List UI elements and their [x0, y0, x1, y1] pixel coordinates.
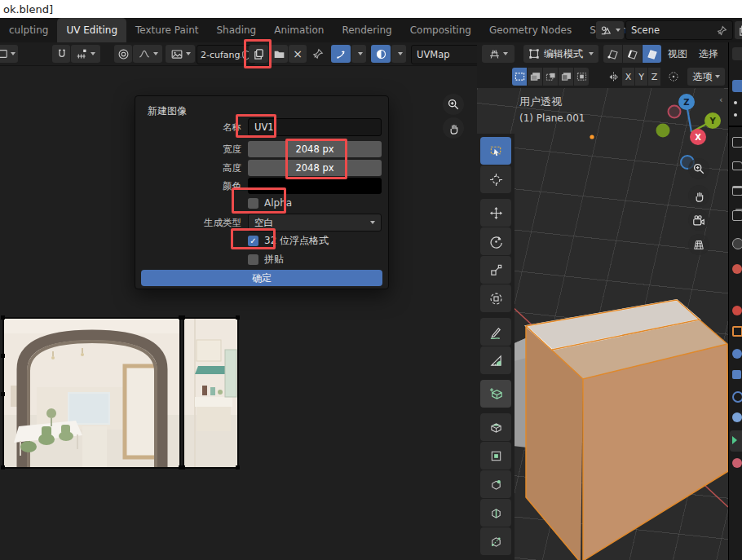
outliner-active-item[interactable] [732, 80, 742, 92]
falloff-dropdown[interactable] [133, 45, 162, 63]
uv-vertex-dot[interactable] [1, 392, 5, 396]
tool-rotate-button[interactable] [480, 227, 511, 255]
ok-button[interactable]: 确定 [141, 270, 382, 286]
select-invert-button[interactable] [559, 68, 573, 86]
world-red-icon[interactable] [732, 306, 742, 315]
pin-image-button[interactable] [310, 45, 326, 63]
output-tab-icon[interactable] [732, 186, 742, 196]
unlink-image-button[interactable]: × [289, 45, 307, 63]
tab-sculpting[interactable]: culpting [0, 18, 57, 42]
tab-geometry-nodes[interactable]: Geometry Nodes [480, 18, 581, 42]
select-new-button[interactable] [512, 68, 527, 86]
gizmo-neg-y-ball[interactable] [656, 124, 670, 138]
uv-vertex-dot[interactable] [181, 465, 185, 470]
scene-browse-button[interactable] [596, 21, 624, 39]
image-name-field[interactable]: 2-cufang.jpg [197, 45, 255, 64]
select-subtract-button[interactable] [543, 68, 558, 86]
overlays-toggle-button[interactable] [371, 45, 391, 63]
outliner-dot[interactable] [734, 113, 737, 117]
uv-pan-button[interactable] [443, 117, 464, 139]
uv-vertex-dot[interactable] [181, 315, 185, 320]
select-intersect-button[interactable] [574, 68, 589, 86]
physics-tab-icon[interactable] [732, 391, 742, 403]
tool-knife-button[interactable] [480, 527, 511, 555]
render-tab-icon[interactable] [732, 161, 742, 170]
collapse-panel-arrow[interactable]: ‹ [719, 95, 722, 105]
color-swatch[interactable] [248, 178, 382, 194]
tab-texture-paint[interactable]: Texture Paint [126, 18, 207, 42]
image-browse-dropdown[interactable] [166, 45, 195, 63]
menu-select[interactable]: 选择 [694, 45, 723, 63]
tab-compositing[interactable]: Compositing [401, 18, 480, 42]
view-layer-tab-icon[interactable] [732, 210, 742, 221]
tool-select-box-button[interactable] [480, 137, 511, 165]
proportional-editing-button[interactable] [114, 45, 132, 63]
tool-bevel-button[interactable] [480, 470, 511, 498]
tool-measure-button[interactable] [480, 346, 511, 374]
pin-icon[interactable] [717, 25, 727, 36]
uv-vertex-dot[interactable] [1, 315, 5, 320]
material-tab-icon[interactable] [732, 458, 742, 468]
vertex-select-button[interactable] [603, 45, 622, 63]
constraints-tab-icon[interactable] [732, 412, 742, 422]
viewport-ortho-button[interactable] [688, 234, 709, 255]
object-tab-icon[interactable] [732, 326, 742, 337]
name-input[interactable]: UV1 [248, 118, 382, 136]
tool-loop-cut-button[interactable] [480, 499, 511, 527]
menu-view[interactable]: 视图 [663, 45, 692, 63]
modifier-wrench-icon[interactable] [732, 349, 742, 359]
uv-vertex-dot[interactable] [236, 315, 240, 320]
select-extend-button[interactable] [528, 68, 542, 86]
tab-uv-editing[interactable]: UV Editing [57, 18, 126, 42]
tool-extrude-button[interactable] [480, 413, 511, 441]
data-tab-active[interactable] [730, 430, 742, 452]
mode-dropdown[interactable]: 编辑模式 [523, 45, 598, 63]
tiled-checkbox[interactable] [248, 254, 258, 265]
tab-rendering[interactable]: Rendering [333, 18, 400, 42]
overlays-dropdown[interactable] [391, 45, 406, 63]
scene-tab-icon[interactable] [732, 238, 742, 249]
tab-animation[interactable]: Animation [265, 18, 333, 42]
world-tab-icon[interactable] [732, 264, 742, 274]
tool-annotate-button[interactable] [480, 318, 511, 346]
outliner-dot[interactable] [734, 101, 737, 104]
editor-type-dropdown[interactable] [482, 45, 515, 63]
viewport-zoom-button[interactable] [688, 158, 709, 179]
tool-transform-button[interactable] [480, 284, 511, 312]
tool-inset-button[interactable] [480, 442, 511, 470]
viewport-camera-button[interactable] [688, 209, 709, 231]
tool-cursor-button[interactable] [480, 165, 511, 193]
properties-header-button[interactable] [732, 47, 742, 60]
uv-vertex-dot[interactable] [1, 354, 5, 358]
proportional-editing-3d-button[interactable] [665, 68, 682, 86]
mirror-y-button[interactable]: Y [635, 68, 647, 86]
uvmap-name-field[interactable]: UVMap [411, 45, 481, 64]
width-slider[interactable]: 2048 px [248, 141, 382, 157]
viewport-pan-button[interactable] [688, 185, 709, 206]
new-image-button[interactable] [249, 45, 268, 63]
uv-mode-dropdown[interactable] [0, 45, 18, 63]
scene-name-field[interactable]: Scene [625, 20, 733, 40]
uv-vertex-dot[interactable] [1, 465, 5, 470]
gizmos-toggle-button[interactable] [331, 45, 351, 63]
viewport-canvas[interactable]: 用户透视 (1) Plane.001 Z Y X [477, 88, 728, 560]
mirror-x-button[interactable]: X [622, 68, 634, 86]
alpha-checkbox[interactable] [248, 198, 258, 209]
snap-toggle-button[interactable] [52, 45, 70, 63]
tool-move-button[interactable] [480, 199, 511, 227]
face-select-button[interactable] [643, 45, 661, 63]
options-dropdown[interactable]: 选项 [687, 68, 725, 86]
edge-select-button[interactable] [623, 45, 642, 63]
uv-canvas[interactable] [1, 315, 240, 471]
tool-scale-button[interactable] [480, 256, 511, 284]
tab-shading[interactable]: Shading [207, 18, 265, 42]
mirror-button[interactable] [605, 68, 621, 86]
gizmos-dropdown[interactable] [351, 45, 366, 63]
gizmo-neg-x-ball[interactable] [669, 106, 681, 118]
uv-zoom-button[interactable] [443, 94, 464, 115]
float32-checkbox[interactable] [248, 236, 258, 246]
mirror-z-button[interactable]: Z [648, 68, 660, 86]
uv-vertex-dot[interactable] [236, 465, 240, 470]
generated-type-dropdown[interactable]: 空白 [248, 214, 382, 231]
tool-add-cube-button[interactable] [480, 380, 511, 408]
